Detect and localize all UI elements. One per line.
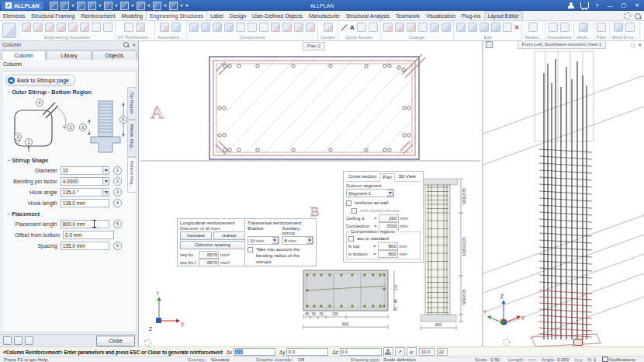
bending-radius-checkbox[interactable] xyxy=(248,247,253,252)
new-icon[interactable] xyxy=(50,2,58,10)
tab-visualization[interactable]: Visualization xyxy=(423,12,459,20)
view-maximize-icon[interactable]: ▢ xyxy=(631,42,635,47)
copy-dropdown-icon[interactable] xyxy=(147,5,151,7)
region-tab-top[interactable]: Top Region xyxy=(127,87,136,120)
isometric-view-title[interactable]: Front Left, Southwest Isometric View:1 xyxy=(518,40,607,49)
annotation-icon[interactable] xyxy=(560,23,570,32)
text-icon[interactable]: A xyxy=(350,24,355,31)
country-value[interactable]: Slovakia xyxy=(211,357,229,362)
req-as-value[interactable]: 6576 xyxy=(199,251,219,259)
section-stirrup-shape[interactable]: −Stirrup Shape xyxy=(7,157,131,164)
reinforce-as-wall-checkbox[interactable] xyxy=(346,200,351,206)
dy-input[interactable]: 0.0 xyxy=(286,348,328,356)
section-placement[interactable]: −Placement xyxy=(7,211,131,218)
ribbon-tool-icon[interactable] xyxy=(248,23,257,32)
ribbon-tool-icon[interactable] xyxy=(57,23,66,32)
ribbon-tool-icon[interactable] xyxy=(92,23,101,32)
tab-3d-view[interactable]: 3D-View xyxy=(396,173,418,180)
notifications-icon[interactable] xyxy=(602,357,608,362)
ribbon-tool-icon[interactable] xyxy=(201,23,210,32)
ribbon-tool-icon[interactable] xyxy=(282,23,292,32)
ribbon-tool-icon[interactable] xyxy=(80,23,89,32)
ribbon-tool-icon[interactable] xyxy=(369,23,378,32)
dx-input[interactable]: 0.0 xyxy=(234,348,275,356)
graphic-override-value[interactable]: Off xyxy=(298,357,304,362)
redo-dropdown-icon[interactable] xyxy=(131,5,134,7)
undo-icon[interactable] xyxy=(104,2,113,10)
increase-button[interactable]: Increase xyxy=(180,231,212,240)
palette-tab-objects[interactable]: Objects xyxy=(92,50,137,60)
task-board-icon[interactable] xyxy=(2,23,16,38)
redo-icon[interactable] xyxy=(120,2,129,10)
ribbon-tool-icon[interactable] xyxy=(441,23,451,32)
pin-icon[interactable] xyxy=(123,42,129,47)
ribbon-tool-icon[interactable] xyxy=(407,23,416,32)
tab-manufacturer[interactable]: Manufacturer xyxy=(306,12,343,20)
line-icon[interactable] xyxy=(341,24,348,31)
angle-value[interactable]: 0.000 xyxy=(557,357,569,362)
length-unit[interactable]: mm xyxy=(528,357,535,362)
ceiling-d-input[interactable]: 200 xyxy=(379,214,399,222)
tab-modeling[interactable]: Modeling xyxy=(118,12,146,20)
palette-tab-library[interactable]: Library xyxy=(47,50,91,60)
abc-label-icon[interactable] xyxy=(549,23,558,32)
auxiliary-stirrup-select[interactable]: 8 mm xyxy=(282,236,314,245)
lv-bottom-input[interactable]: 800 xyxy=(378,250,398,258)
ribbon-tool-icon[interactable] xyxy=(160,23,169,32)
tab-elements[interactable]: Elements xyxy=(0,12,28,20)
plan-view-tab[interactable]: Plan 2 xyxy=(303,42,325,50)
tab-structural-analysis[interactable]: Structural Analysis xyxy=(343,12,393,20)
qat-customize-icon[interactable] xyxy=(185,5,189,7)
undo-dropdown-icon[interactable] xyxy=(115,5,118,7)
tab-reinforcement[interactable]: Reinforcement xyxy=(78,12,118,20)
ribbon-tool-icon[interactable] xyxy=(430,23,439,32)
tab-design[interactable]: Design xyxy=(227,12,249,20)
print-dropdown-icon[interactable] xyxy=(99,5,102,7)
snap-distance-select[interactable]: 10.0 xyxy=(419,348,435,356)
save-icon[interactable] xyxy=(77,2,85,10)
restore-button[interactable]: ▢ xyxy=(620,2,628,9)
offset-bottom-input[interactable]: 0.0 mm xyxy=(63,231,114,239)
ribbon-tool-icon[interactable] xyxy=(171,23,181,32)
tab-layout-editor[interactable]: Layout Editor xyxy=(484,11,523,20)
ribbon-tool-icon[interactable] xyxy=(68,23,78,32)
tab-structural-framing[interactable]: Structural Framing xyxy=(28,12,78,20)
mirror-icon[interactable] xyxy=(491,23,500,32)
ribbon-tool-icon[interactable] xyxy=(271,23,280,32)
region-tab-middle[interactable]: Middle Regi... xyxy=(127,120,136,157)
ribbon-tool-icon[interactable] xyxy=(103,23,113,32)
view-menu-icon[interactable] xyxy=(486,41,493,48)
ribbon-tool-icon[interactable] xyxy=(124,23,133,32)
work-environment-icon[interactable] xyxy=(614,23,623,32)
open-dropdown-icon[interactable] xyxy=(71,5,74,7)
rotate-icon[interactable] xyxy=(480,23,489,32)
column-segment-select[interactable]: Segment 1 xyxy=(346,189,394,197)
move-icon[interactable] xyxy=(468,23,477,32)
dimension-icon[interactable] xyxy=(357,23,366,32)
scale-value[interactable]: 1:50 xyxy=(490,357,500,362)
back-to-stirrups-button[interactable]: Back to Stirrups page xyxy=(5,75,75,86)
attributes-icon[interactable] xyxy=(579,23,588,32)
ribbon-tool-icon[interactable] xyxy=(324,23,333,32)
ribbon-tool-icon[interactable] xyxy=(625,23,635,32)
tab-engineering-structures[interactable]: Engineering Structures xyxy=(146,11,207,20)
edit-pen-icon[interactable] xyxy=(383,23,393,32)
allplan-menu-button[interactable]: A ALLPLAN xyxy=(2,1,43,10)
ribbon-tool-icon[interactable] xyxy=(306,23,315,32)
help-button[interactable]: ? xyxy=(594,3,601,9)
reset-icon[interactable] xyxy=(25,336,33,345)
optimize-spacing-button[interactable]: Optimize spacing xyxy=(180,241,245,249)
section-outer-stirrup[interactable]: −Outer Stirrup - Bottom Region xyxy=(7,89,131,96)
minimize-button[interactable]: — xyxy=(606,3,615,9)
tab-plan[interactable]: Plan xyxy=(379,173,395,182)
plan-viewport[interactable]: Plan 2 xyxy=(138,40,483,346)
search-icon[interactable] xyxy=(635,13,641,19)
ribbon-tool-icon[interactable] xyxy=(22,23,31,32)
shop-icon[interactable] xyxy=(580,2,589,9)
isometric-viewport[interactable]: Front Left, Southwest Isometric View:1 ▢… xyxy=(483,40,644,346)
palette-close-icon[interactable]: ✕ xyxy=(132,42,136,47)
ribbon-tool-icon[interactable] xyxy=(395,23,404,32)
reduce-button[interactable]: reduce xyxy=(213,231,245,240)
tab-cross-section[interactable]: Cross section xyxy=(346,173,379,180)
filter-icon[interactable] xyxy=(597,23,606,32)
